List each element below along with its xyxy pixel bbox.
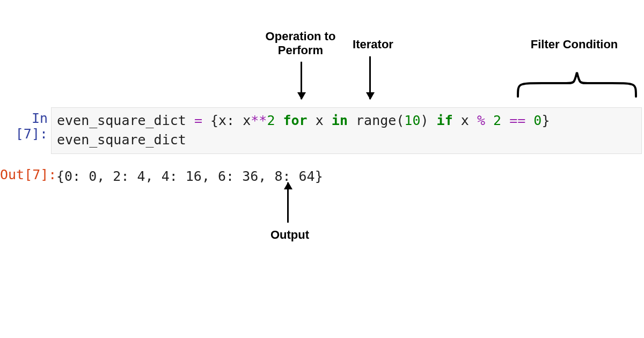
annotation-output: Output	[263, 228, 317, 242]
code-rpar: )	[420, 113, 428, 128]
code-range: range	[356, 113, 396, 128]
code-for: for	[283, 113, 308, 128]
code-val1: x	[243, 113, 251, 128]
code-lpar: (	[396, 113, 404, 128]
annotation-iterator-text: Iterator	[353, 38, 393, 51]
annotation-filter: Filter Condition	[515, 38, 633, 52]
code-cell: In [7]: even_square_dict = {x: x**2 for …	[0, 107, 644, 189]
code-close-brace: }	[541, 113, 550, 128]
code-cond3: 0	[533, 113, 541, 128]
annotation-iterator: Iterator	[341, 38, 405, 52]
code-line2: even_square_dict	[57, 132, 186, 148]
arrow-operation	[301, 62, 302, 99]
code-rangearg: 10	[404, 113, 420, 128]
code-loopvar: x	[316, 113, 324, 128]
annotation-operation-text: Operation to Perform	[266, 30, 336, 57]
code-var: even_square_dict	[57, 113, 186, 128]
code-in: in	[332, 113, 348, 128]
brace-filter-icon	[515, 56, 639, 99]
output-prompt: Out[7]:	[0, 164, 51, 186]
arrow-iterator	[369, 56, 371, 99]
code-cond2: 2	[493, 113, 501, 128]
code-if: if	[437, 113, 453, 128]
input-row: In [7]: even_square_dict = {x: x**2 for …	[0, 107, 644, 154]
code-input[interactable]: even_square_dict = {x: x**2 for x in ran…	[51, 107, 642, 154]
annotation-output-text: Output	[270, 228, 309, 241]
output-value: {0: 0, 2: 4, 4: 16, 6: 36, 8: 64}	[51, 164, 644, 189]
arrow-output	[287, 182, 289, 223]
annotation-filter-text: Filter Condition	[531, 38, 618, 51]
annotation-operation: Operation to Perform	[252, 30, 349, 58]
code-pow: **	[251, 113, 267, 128]
code-colon: :	[226, 113, 243, 128]
input-prompt: In [7]:	[0, 107, 51, 145]
code-val2: 2	[267, 113, 275, 128]
code-open-brace: {	[210, 113, 218, 128]
code-key: x	[218, 113, 226, 128]
output-row: Out[7]: {0: 0, 2: 4, 4: 16, 6: 36, 8: 64…	[0, 164, 644, 189]
code-assign: =	[186, 113, 210, 128]
code-eq: ==	[509, 113, 525, 128]
code-cond1: x	[461, 113, 469, 128]
code-mod: %	[477, 113, 485, 128]
